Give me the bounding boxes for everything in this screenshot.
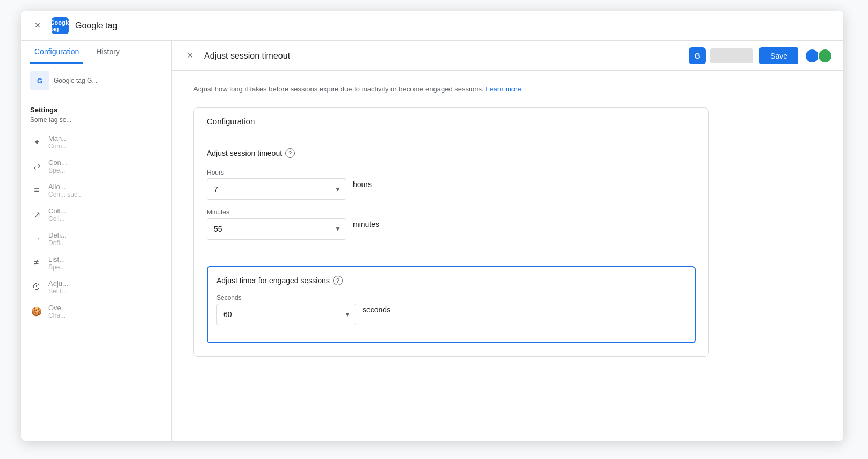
- modal-header: × Adjust session timeout G Save: [172, 41, 843, 71]
- outer-header: × Google tag Google tag: [21, 11, 843, 41]
- seconds-form-group: Seconds 60 ▼: [216, 294, 356, 325]
- manage-text: Man... Com...: [48, 134, 163, 150]
- config-card-body: Adjust session timeout ? Hours: [194, 135, 708, 356]
- outer-logo-letter: Google tag: [50, 19, 70, 32]
- tab-configuration[interactable]: Configuration: [30, 41, 83, 64]
- hours-unit: hours: [353, 180, 385, 189]
- override-icon: 🍪: [30, 305, 43, 318]
- settings-section-title: Settings: [30, 106, 163, 114]
- minutes-select[interactable]: 55: [207, 218, 346, 240]
- modal-window: × Adjust session timeout G Save: [172, 41, 843, 441]
- settings-section-subtitle: Some tag se...: [30, 116, 163, 124]
- section-divider: [207, 253, 696, 253]
- modal-body: Adjust how long it takes before sessions…: [172, 71, 843, 441]
- collect-subtitle: Coll...: [48, 215, 163, 223]
- define-subtitle: Defi...: [48, 239, 163, 247]
- engaged-sessions-help-icon[interactable]: ?: [333, 276, 343, 285]
- config-card-title: Configuration: [207, 117, 255, 126]
- seconds-form-row: Seconds 60 ▼: [216, 294, 686, 325]
- save-button[interactable]: Save: [760, 47, 798, 64]
- sidebar-item-list[interactable]: ≠ List... Spe...: [30, 251, 163, 275]
- adjust-title: Adju...: [48, 279, 163, 288]
- list-title: List...: [48, 255, 163, 263]
- hours-label: Hours: [207, 169, 346, 176]
- modal-logo: G: [689, 47, 706, 64]
- collect-text: Coll... Coll...: [48, 207, 163, 223]
- avatar-group: [805, 48, 833, 63]
- modal-logo-letter: G: [695, 52, 700, 60]
- configure-subtitle: Spe...: [48, 167, 163, 174]
- define-text: Defi... Defi...: [48, 231, 163, 247]
- engaged-sessions-section: Adjust timer for engaged sessions ? Seco…: [207, 266, 696, 343]
- override-subtitle: Cha...: [48, 312, 163, 319]
- config-card-header: Configuration: [194, 108, 708, 135]
- manage-subtitle: Com...: [48, 142, 163, 150]
- minutes-unit: minutes: [353, 220, 385, 228]
- allow-title: Allo...: [48, 183, 163, 191]
- modal-overlay: × Adjust session timeout G Save: [172, 41, 843, 441]
- avatar-green: [818, 48, 833, 63]
- learn-more-link[interactable]: Learn more: [486, 85, 521, 93]
- sidebar-item-configure[interactable]: ⇄ Con... Spe...: [30, 154, 163, 178]
- override-title: Ove...: [48, 304, 163, 312]
- session-timeout-title: Adjust session timeout: [207, 149, 282, 157]
- list-text: List... Spe...: [48, 255, 163, 271]
- tab-history[interactable]: History: [92, 41, 124, 64]
- seconds-unit: seconds: [363, 305, 395, 314]
- outer-app-logo: Google tag: [52, 17, 69, 34]
- sidebar: Configuration History G Google tag G... …: [21, 41, 172, 441]
- sidebar-item-manage[interactable]: ✦ Man... Com...: [30, 130, 163, 154]
- hours-select-wrapper: 7 ▼: [207, 178, 346, 200]
- sidebar-tabs: Configuration History: [21, 41, 171, 64]
- modal-header-right: G: [689, 47, 753, 64]
- modal-logo-text: [710, 48, 753, 63]
- manage-title: Man...: [48, 134, 163, 142]
- outer-close-button[interactable]: ×: [30, 18, 45, 33]
- tag-label-truncated: Google tag G...: [54, 77, 97, 84]
- modal-title: Adjust session timeout: [204, 51, 682, 61]
- configure-title: Con...: [48, 159, 163, 167]
- allow-icon: ≡: [30, 184, 43, 197]
- engaged-section-title-row: Adjust timer for engaged sessions ?: [216, 276, 686, 285]
- hours-form-row: Hours 7 ▼ hours: [207, 169, 696, 200]
- adjust-text: Adju... Set t...: [48, 279, 163, 295]
- sidebar-item-define[interactable]: → Defi... Defi...: [30, 227, 163, 251]
- modal-close-button[interactable]: ×: [183, 48, 198, 63]
- outer-app-title: Google tag: [75, 21, 117, 31]
- list-icon: ≠: [30, 256, 43, 269]
- modal-description: Adjust how long it takes before sessions…: [193, 84, 822, 95]
- minutes-label: Minutes: [207, 209, 346, 216]
- allow-subtitle: Con... suc...: [48, 191, 163, 198]
- sidebar-item-adjust[interactable]: ⏱ Adju... Set t...: [30, 275, 163, 299]
- list-subtitle: Spe...: [48, 263, 163, 271]
- sidebar-tag-item: G Google tag G...: [21, 64, 171, 97]
- sidebar-item-allow[interactable]: ≡ Allo... Con... suc...: [30, 178, 163, 203]
- override-text: Ove... Cha...: [48, 304, 163, 319]
- minutes-form-row: Minutes 55 ▼ minutes: [207, 209, 696, 240]
- session-timeout-section-title-row: Adjust session timeout ?: [207, 148, 696, 158]
- session-timeout-help-icon[interactable]: ?: [285, 148, 295, 158]
- collect-icon: ↗: [30, 208, 43, 221]
- seconds-label: Seconds: [216, 294, 356, 302]
- minutes-select-wrapper: 55 ▼: [207, 218, 346, 240]
- engaged-sessions-title: Adjust timer for engaged sessions: [216, 276, 330, 285]
- seconds-select[interactable]: 60: [216, 304, 356, 325]
- tag-logo-letter: G: [37, 77, 42, 85]
- sidebar-item-override[interactable]: 🍪 Ove... Cha...: [30, 299, 163, 324]
- manage-icon: ✦: [30, 135, 43, 148]
- adjust-icon: ⏱: [30, 281, 43, 293]
- collect-title: Coll...: [48, 207, 163, 215]
- hours-select[interactable]: 7: [207, 178, 346, 200]
- allow-text: Allo... Con... suc...: [48, 183, 163, 198]
- define-icon: →: [30, 232, 43, 245]
- outer-body: Configuration History G Google tag G... …: [21, 41, 843, 441]
- tag-icon-box: G: [30, 71, 49, 90]
- hours-form-group: Hours 7 ▼: [207, 169, 346, 200]
- define-title: Defi...: [48, 231, 163, 239]
- configure-icon: ⇄: [30, 160, 43, 173]
- minutes-form-group: Minutes 55 ▼: [207, 209, 346, 240]
- adjust-subtitle: Set t...: [48, 288, 163, 295]
- main-content: × Adjust session timeout G Save: [172, 41, 843, 441]
- config-card: Configuration Adjust session timeout ?: [193, 107, 709, 357]
- sidebar-item-collect[interactable]: ↗ Coll... Coll...: [30, 203, 163, 227]
